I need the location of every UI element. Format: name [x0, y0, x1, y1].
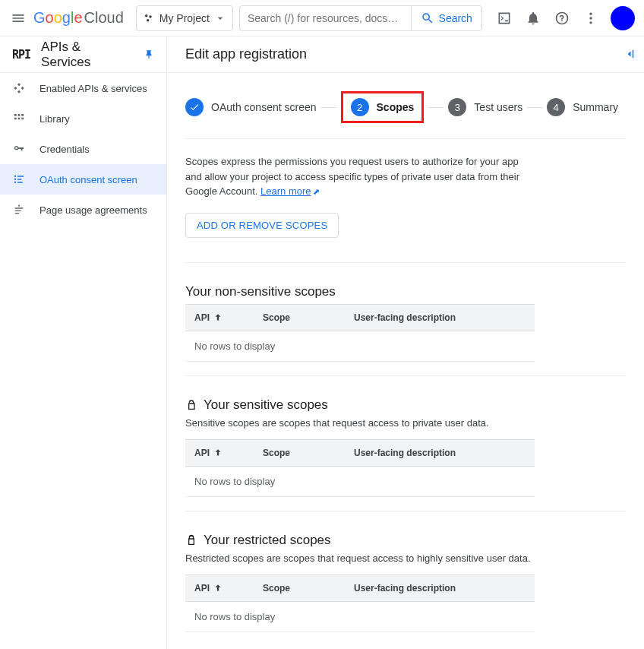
svg-point-2: [147, 18, 149, 21]
top-bar: Google Cloud My Project Search: [0, 0, 644, 36]
section-desc: Sensitive scopes are scopes that request…: [185, 417, 626, 429]
unlock-icon: [185, 399, 197, 411]
empty-state: No rows to display: [185, 331, 535, 362]
search-button-label: Search: [439, 12, 472, 24]
step-label: Test users: [474, 101, 522, 113]
svg-point-5: [589, 21, 592, 24]
sidebar-item-label: Credentials: [39, 144, 90, 155]
step-test-users[interactable]: 3 Test users: [448, 98, 522, 116]
step-connector: [527, 107, 542, 108]
add-remove-scopes-button[interactable]: ADD OR REMOVE SCOPES: [185, 213, 339, 238]
step-oauth-consent[interactable]: OAuth consent screen: [185, 98, 317, 116]
intro-text: Scopes express the permissions you reque…: [185, 154, 535, 199]
page-title: Edit app registration: [185, 46, 307, 62]
col-api[interactable]: API: [185, 440, 254, 466]
section-title: Your sensitive scopes: [204, 397, 328, 413]
section-sensitive: Your sensitive scopes Sensitive scopes a…: [185, 375, 626, 511]
help-icon[interactable]: [553, 9, 571, 27]
step-number: 2: [351, 98, 369, 116]
search-button[interactable]: Search: [411, 6, 481, 30]
search-icon: [421, 11, 434, 25]
key-icon: [12, 143, 26, 155]
step-label: OAuth consent screen: [211, 101, 317, 113]
sort-arrow-icon: [213, 448, 223, 458]
user-avatar[interactable]: [611, 6, 635, 30]
step-number: 4: [547, 98, 565, 116]
section-title: Your restricted scopes: [204, 533, 331, 548]
diamond-icon: [12, 82, 26, 94]
col-desc[interactable]: User-facing description: [345, 575, 535, 601]
learn-more-link[interactable]: Learn more: [260, 185, 311, 197]
notifications-icon[interactable]: [524, 9, 542, 27]
step-scopes-highlighted: 2 Scopes: [341, 91, 425, 123]
step-summary[interactable]: 4 Summary: [547, 98, 618, 116]
check-icon: [185, 98, 204, 116]
sidebar-item-label: Library: [39, 113, 70, 125]
sort-arrow-icon: [213, 583, 223, 594]
sidebar-item-enabled-apis[interactable]: Enabled APIs & services: [0, 73, 166, 103]
collapse-panel-icon[interactable]: [623, 47, 636, 61]
api-icon: RPI: [12, 48, 30, 62]
google-cloud-logo[interactable]: Google Cloud: [33, 9, 124, 27]
project-selector[interactable]: My Project: [136, 5, 233, 31]
library-icon: [12, 112, 26, 125]
svg-point-0: [145, 14, 147, 16]
sidebar: RPI APIs & Services Enabled APIs & servi…: [0, 36, 167, 649]
svg-point-4: [589, 17, 592, 19]
project-icon: [143, 12, 155, 24]
nav-menu-icon[interactable]: [9, 9, 27, 27]
sidebar-item-credentials[interactable]: Credentials: [0, 134, 166, 164]
project-name: My Project: [159, 12, 210, 24]
sidebar-item-label: OAuth consent screen: [39, 174, 137, 185]
scopes-table: API Scope User-facing description No row…: [185, 439, 535, 497]
step-label: Summary: [573, 101, 618, 113]
agreement-icon: [12, 204, 26, 216]
col-api[interactable]: API: [185, 305, 254, 331]
sidebar-item-label: Enabled APIs & services: [39, 83, 147, 94]
logo-text-cloud: Cloud: [84, 9, 124, 27]
col-scope[interactable]: Scope: [254, 440, 345, 466]
svg-point-1: [149, 15, 151, 17]
lock-icon: [185, 534, 197, 546]
step-connector: [428, 107, 444, 108]
step-connector: [321, 107, 336, 108]
scopes-table: API Scope User-facing description No row…: [185, 575, 535, 632]
empty-state: No rows to display: [185, 467, 535, 497]
cloud-shell-icon[interactable]: [495, 9, 513, 27]
col-api[interactable]: API: [185, 575, 254, 601]
more-icon[interactable]: [582, 9, 600, 27]
section-desc: Restricted scopes are scopes that reques…: [185, 552, 626, 564]
sort-arrow-icon: [213, 312, 223, 323]
main-content: Edit app registration OAuth consent scre…: [167, 36, 644, 649]
dropdown-icon: [214, 12, 226, 24]
intro-body: Scopes express the permissions you reque…: [185, 156, 519, 197]
sidebar-item-label: Page usage agreements: [39, 204, 147, 216]
sidebar-item-page-usage[interactable]: Page usage agreements: [0, 195, 166, 225]
search-input[interactable]: [240, 12, 411, 24]
section-title: Your non-sensitive scopes: [185, 284, 626, 299]
section-restricted: Your restricted scopes Restricted scopes…: [185, 511, 626, 646]
step-number: 3: [448, 98, 466, 116]
scopes-table: API Scope User-facing description No row…: [185, 304, 535, 362]
sidebar-title: APIs & Services: [41, 40, 133, 70]
consent-icon: [12, 173, 26, 185]
svg-point-3: [589, 12, 592, 14]
step-scopes[interactable]: 2 Scopes: [351, 98, 415, 116]
sidebar-item-oauth-consent[interactable]: OAuth consent screen: [0, 164, 166, 195]
col-desc[interactable]: User-facing description: [345, 440, 535, 466]
external-link-icon: ⬈: [313, 187, 320, 196]
step-label: Scopes: [377, 101, 415, 113]
sidebar-header: RPI APIs & Services: [0, 36, 166, 73]
stepper: OAuth consent screen 2 Scopes 3 Test use…: [167, 73, 644, 138]
col-desc[interactable]: User-facing description: [345, 305, 535, 331]
sidebar-item-library[interactable]: Library: [0, 103, 166, 134]
col-scope[interactable]: Scope: [254, 305, 345, 331]
search-box: Search: [239, 5, 482, 31]
empty-state: No rows to display: [185, 602, 535, 632]
section-non-sensitive: Your non-sensitive scopes API Scope User…: [185, 262, 626, 375]
pin-icon[interactable]: [144, 49, 154, 60]
col-scope[interactable]: Scope: [254, 575, 345, 601]
